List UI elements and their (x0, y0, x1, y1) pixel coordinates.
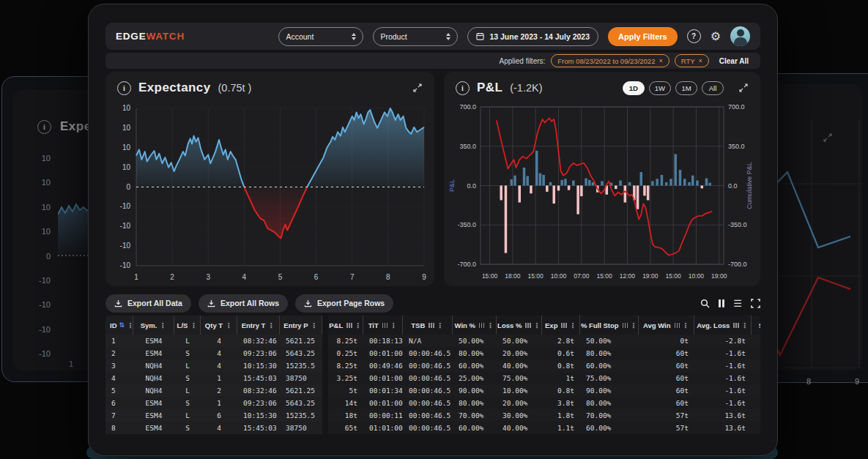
svg-text:0: 0 (126, 183, 130, 191)
export-button[interactable]: Export All Data (105, 294, 191, 313)
column-header-win-[interactable]: Win %⋮ (453, 316, 497, 335)
column-header-p-l[interactable]: P&L⋮ (328, 316, 363, 335)
column-header-l-s[interactable]: L/S⋮ (174, 316, 201, 335)
column-menu-icon[interactable]: ⋮ (390, 321, 397, 329)
column-menu-icon[interactable]: ⋮ (311, 321, 318, 329)
pnl-title: P&L (477, 81, 502, 95)
product-select[interactable]: Product (373, 27, 458, 46)
date-range-picker[interactable]: 13 June 2023 - 14 July 2023 (467, 27, 598, 46)
table-cell: 80.00% (580, 397, 639, 409)
column-menu-icon[interactable]: ⋮ (533, 321, 541, 329)
clear-all-button[interactable]: Clear All (715, 56, 753, 66)
column-header-tsb[interactable]: TSB⋮ (403, 316, 453, 335)
column-header-avg-loss[interactable]: Avg. Loss⋮ (694, 316, 752, 335)
table-row[interactable]: 4NQH4S115:45:03387503.25t00:01:0000:00:4… (105, 372, 760, 384)
user-avatar[interactable] (730, 26, 750, 46)
column-header-loss-[interactable]: Loss %⋮ (497, 316, 542, 335)
svg-text:12:00: 12:00 (620, 272, 636, 280)
table-row[interactable]: 6ESM4S109:23:065643.2514t00:01:0000:00:4… (105, 397, 760, 409)
table-cell: 1.8t (542, 409, 580, 422)
table-row[interactable]: 3NQH4L410:15:3015235.58.25t00:49:4600:00… (105, 359, 760, 372)
column-menu-icon[interactable]: ⋮ (682, 321, 689, 329)
app-window: EDGEWATCH Account Product (88, 4, 778, 456)
range-pill-1m[interactable]: 1M (675, 81, 697, 95)
range-pill-1d[interactable]: 1D (623, 81, 645, 95)
column-filter-icon[interactable] (525, 323, 531, 328)
desktop: i Expe 101010100-10-10-10-10 1 8 9 EDGEW… (0, 0, 868, 459)
column-header--full-stop[interactable]: % Full Stop⋮ (580, 316, 639, 335)
filter-chip[interactable]: From 08/23/2022 to 09/23/2022× (551, 54, 669, 67)
table-cell: 60.00% (453, 422, 497, 434)
expand-icon[interactable] (738, 83, 749, 93)
export-button[interactable]: Export All Rows (199, 294, 288, 313)
remove-filter-icon[interactable]: × (659, 57, 662, 64)
table-row[interactable]: 7ESM4L610:15:3015235.518t00:00:1100:00:4… (105, 409, 760, 422)
column-filter-icon[interactable] (561, 323, 567, 328)
table-cell: 00:00:46.5 (403, 359, 453, 372)
remove-filter-icon[interactable]: × (699, 57, 702, 64)
column-header-avg-win[interactable]: Avg Win⋮ (639, 316, 694, 335)
search-icon[interactable] (700, 299, 710, 308)
info-icon[interactable]: i (117, 81, 131, 95)
table-cell: 00:49:46 (363, 359, 403, 372)
export-button-label: Export Page Rows (317, 299, 385, 307)
column-filter-icon[interactable] (733, 323, 739, 328)
table-cell: 5 (105, 384, 133, 397)
column-filter-icon[interactable] (479, 323, 485, 328)
table-row[interactable]: 8ESM4S415:45:033875065t01:01:0000:00:46.… (105, 422, 760, 434)
column-header-qty-t[interactable]: Qty T⋮ (201, 316, 237, 335)
column-menu-icon[interactable]: ⋮ (267, 321, 275, 329)
svg-text:350.0: 350.0 (728, 143, 745, 150)
column-menu-icon[interactable]: ⋮ (741, 321, 749, 329)
column-menu-icon[interactable]: ⋮ (569, 321, 576, 329)
column-header-id[interactable]: ID⇅⋮ (105, 316, 133, 335)
column-menu-icon[interactable]: ⋮ (486, 321, 494, 329)
column-filter-icon[interactable] (382, 323, 388, 328)
column-filter-icon[interactable] (675, 323, 680, 328)
columns-icon[interactable] (719, 299, 725, 307)
settings-gear-icon[interactable]: ⚙ (711, 31, 721, 42)
column-menu-icon[interactable]: ⋮ (437, 321, 444, 329)
applied-filters-label: Applied filters: (500, 57, 546, 65)
column-label: ID (110, 321, 117, 329)
column-header-exp[interactable]: Exp⋮ (542, 316, 580, 335)
column-label: Exp (545, 321, 557, 329)
fullscreen-icon[interactable] (751, 299, 760, 308)
column-filter-icon[interactable] (346, 323, 352, 328)
table-cell: 08:32:46 (237, 335, 280, 347)
column-filter-icon[interactable] (429, 323, 434, 328)
column-menu-icon[interactable]: ⋮ (630, 321, 637, 329)
table-cell (752, 409, 760, 422)
range-pill-1w[interactable]: 1W (649, 81, 671, 95)
info-icon[interactable]: i (456, 81, 470, 95)
app-logo: EDGEWATCH (116, 31, 185, 42)
column-menu-icon[interactable]: ⋮ (127, 321, 133, 329)
column-header-entry-t[interactable]: Entry T⋮ (237, 316, 280, 335)
column-header-sym-[interactable]: Sym.⋮ (133, 316, 174, 335)
table-cell: S (174, 372, 201, 384)
background-panel-title: Expe (60, 119, 92, 134)
table-row[interactable]: 5NQH4L208:32:465621.255t00:01:3400:00:46… (105, 384, 760, 397)
column-menu-icon[interactable]: ⋮ (355, 321, 362, 329)
column-menu-icon[interactable]: ⋮ (225, 321, 232, 329)
expand-icon[interactable] (412, 83, 423, 93)
help-icon[interactable]: ? (687, 29, 701, 43)
column-header-entry-p[interactable]: Entry P⋮ (280, 316, 322, 335)
apply-filters-button[interactable]: Apply Filters (608, 27, 678, 46)
table-cell: 20.00% (497, 397, 542, 409)
table-toolbar: Export All DataExport All RowsExport Pag… (105, 294, 760, 313)
column-menu-icon[interactable]: ⋮ (190, 321, 197, 329)
column-filter-icon[interactable] (623, 323, 628, 328)
table-row[interactable]: 1ESM4L408:32:465621.258.25t00:18:13N/A50… (105, 335, 760, 347)
column-header-tit[interactable]: TiT⋮ (363, 316, 403, 335)
table-row[interactable]: 2ESM4S409:23:065643.250.25t00:01:0000:00… (105, 347, 760, 359)
range-pill-all[interactable]: All (702, 81, 724, 95)
filter-chip[interactable]: RTY× (675, 54, 709, 67)
svg-text:2: 2 (170, 273, 174, 281)
column-header-s[interactable]: S⋮ (752, 316, 760, 335)
export-button[interactable]: Export Page Rows (295, 294, 393, 313)
account-select[interactable]: Account (278, 27, 363, 46)
row-density-icon[interactable]: ☰ (733, 299, 742, 308)
sort-icon[interactable]: ⇅ (119, 321, 125, 329)
column-menu-icon[interactable]: ⋮ (159, 321, 166, 329)
